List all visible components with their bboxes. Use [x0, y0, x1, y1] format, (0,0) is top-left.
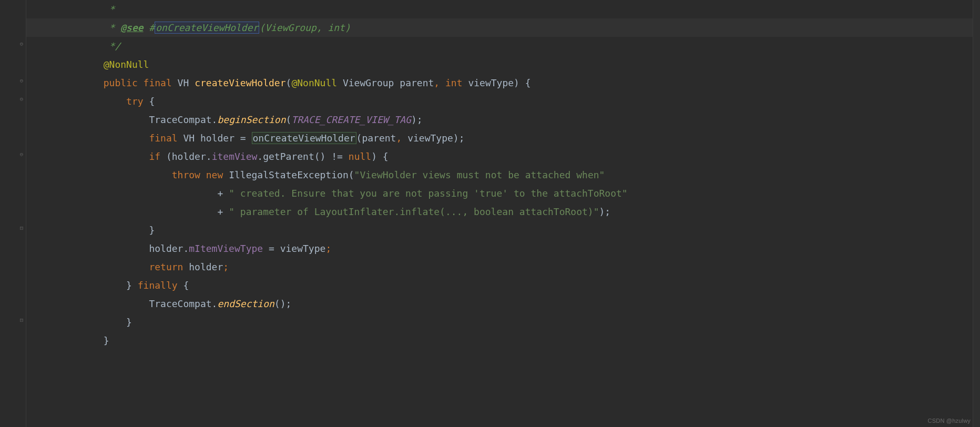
indent — [58, 133, 149, 144]
code-line[interactable]: public final VH createViewHolder(@NonNul… — [26, 74, 980, 92]
arg: viewType — [407, 133, 453, 144]
fold-marker-icon[interactable]: ⊟ — [19, 318, 24, 323]
string-literal: " parameter of LayoutInflater.inflate(..… — [229, 206, 599, 217]
code-line[interactable]: } — [26, 331, 980, 350]
method-call: endSection — [217, 298, 274, 309]
return-type: VH — [178, 77, 189, 88]
paren: ( — [349, 169, 354, 180]
code-line[interactable]: return holder; — [26, 258, 980, 276]
string-literal: "ViewHolder views must not be attached w… — [354, 169, 605, 180]
code-line[interactable]: } — [26, 221, 980, 239]
operator: != — [331, 151, 343, 162]
space — [200, 169, 206, 180]
param-name: viewType — [468, 77, 514, 88]
dot: . — [212, 298, 218, 309]
code-line[interactable]: * @see #onCreateViewHolder(ViewGroup, in… — [26, 18, 980, 37]
space — [178, 133, 183, 144]
var-ref: holder — [172, 151, 206, 162]
comma: , — [396, 133, 402, 144]
javadoc-star: * — [109, 4, 115, 15]
paren: ( — [286, 114, 292, 125]
space — [234, 133, 240, 144]
param-type: ViewGroup — [343, 77, 394, 88]
indent — [58, 243, 149, 254]
javadoc-star: * — [109, 22, 121, 33]
fold-marker-icon[interactable]: ⊟ — [19, 226, 24, 231]
paren: ( — [356, 133, 362, 144]
operator: + — [217, 206, 223, 217]
keyword-null: null — [349, 151, 371, 162]
paren: () — [314, 151, 326, 162]
var-ref: viewType — [280, 243, 326, 254]
space — [195, 133, 200, 144]
indent — [58, 114, 149, 125]
code-line[interactable]: */ — [26, 37, 980, 55]
brace: { — [183, 280, 189, 291]
dot: . — [257, 151, 263, 162]
indent — [58, 206, 217, 217]
string-literal: " created. Ensure that you are not passi… — [229, 188, 628, 199]
dot: . — [212, 114, 218, 125]
space — [519, 77, 525, 88]
annotation: @NonNull — [291, 77, 337, 88]
space — [160, 151, 166, 162]
indent — [58, 22, 109, 33]
method-call-highlight[interactable]: onCreateViewHolder — [252, 132, 356, 144]
brace: { — [383, 151, 389, 162]
operator: + — [217, 188, 223, 199]
param-name: parent — [400, 77, 434, 88]
semicolon: ; — [223, 261, 229, 272]
fold-marker-icon[interactable]: ⊖ — [19, 152, 24, 157]
code-line[interactable]: } — [26, 313, 980, 331]
field-ref: mItemViewType — [189, 243, 263, 254]
space — [440, 77, 445, 88]
space — [246, 133, 252, 144]
code-line[interactable]: final VH holder = onCreateViewHolder(par… — [26, 129, 980, 147]
javadoc-see-tag: @see — [120, 22, 143, 33]
code-line[interactable]: TraceCompat.endSection(); — [26, 294, 980, 313]
var-name: holder — [200, 133, 234, 144]
indent — [58, 280, 126, 291]
indent — [58, 151, 149, 162]
code-line[interactable]: + " created. Ensure that you are not pas… — [26, 184, 980, 202]
paren: ( — [166, 151, 172, 162]
indent — [58, 335, 104, 346]
code-line[interactable]: throw new IllegalStateException("ViewHol… — [26, 166, 980, 184]
equals: = — [269, 243, 274, 254]
class-ref: IllegalStateException — [229, 169, 349, 180]
space — [223, 169, 229, 180]
space — [183, 261, 189, 272]
keyword-try: try — [126, 96, 144, 107]
code-line[interactable]: * — [26, 0, 980, 18]
var-ref: holder — [189, 261, 223, 272]
paren: ); — [453, 133, 465, 144]
vertical-scrollbar[interactable] — [973, 0, 980, 427]
code-line[interactable]: if (holder.itemView.getParent() != null)… — [26, 147, 980, 166]
code-editor[interactable]: ⊖ ⊖ ⊖ ⊖ ⊟ ⊟ * * @see #onCreateViewHolder… — [0, 0, 980, 427]
constant: TRACE_CREATE_VIEW_TAG — [291, 114, 411, 125]
brace: } — [126, 280, 132, 291]
indent — [58, 40, 109, 52]
code-line[interactable]: @NonNull — [26, 55, 980, 74]
code-line[interactable]: + " parameter of LayoutInflater.inflate(… — [26, 202, 980, 221]
space — [223, 188, 229, 199]
code-line[interactable]: } finally { — [26, 276, 980, 294]
method-call: getParent — [263, 151, 314, 162]
fold-marker-icon[interactable]: ⊖ — [19, 78, 24, 84]
space — [144, 96, 149, 107]
code-area[interactable]: * * @see #onCreateViewHolder(ViewGroup, … — [26, 0, 980, 427]
code-line[interactable]: TraceCompat.beginSection(TRACE_CREATE_VI… — [26, 110, 980, 129]
code-line[interactable]: holder.mItemViewType = viewType; — [26, 239, 980, 258]
javadoc-link-highlight[interactable]: onCreateViewHolder — [155, 22, 259, 34]
watermark: CSDN @hzulwy — [928, 418, 971, 424]
space — [463, 77, 468, 88]
indent — [58, 96, 126, 107]
fold-marker-icon[interactable]: ⊖ — [19, 97, 24, 102]
fold-marker-icon[interactable]: ⊖ — [19, 42, 24, 47]
code-line[interactable]: try { — [26, 92, 980, 110]
brace: } — [126, 317, 132, 328]
indent — [58, 4, 109, 15]
keyword-final: final — [149, 133, 177, 144]
equals: = — [240, 133, 246, 144]
paren: (); — [274, 298, 292, 309]
